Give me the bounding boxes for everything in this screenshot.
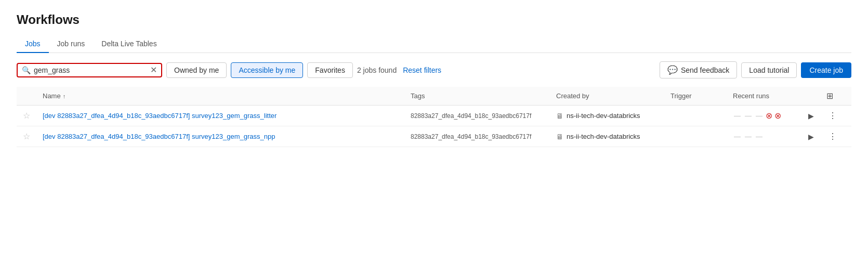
- col-header-star: [17, 87, 36, 106]
- results-count: 2 jobs found: [357, 66, 397, 74]
- page-title: Workflows: [17, 12, 851, 27]
- tab-deltalive[interactable]: Delta Live Tables: [93, 35, 165, 53]
- table-row: ☆[dev 82883a27_dfea_4d94_b18c_93aedbc671…: [17, 106, 851, 126]
- tab-jobruns[interactable]: Job runs: [49, 35, 94, 53]
- user-icon: 🖥: [556, 133, 563, 141]
- tabs-container: Jobs Job runs Delta Live Tables: [17, 35, 851, 53]
- toolbar: 🔍 ✕ Owned by me Accessible by me Favorit…: [17, 61, 851, 78]
- search-box: 🔍 ✕: [17, 63, 162, 77]
- sort-icon: ↑: [63, 93, 66, 99]
- favorites-button[interactable]: Favorites: [307, 62, 353, 78]
- run-error-icon-2: ⊗: [774, 111, 781, 121]
- search-icon: 🔍: [22, 66, 31, 74]
- columns-toggle-icon[interactable]: ⊞: [826, 91, 833, 100]
- search-input[interactable]: [34, 66, 147, 74]
- load-tutorial-button[interactable]: Load tutorial: [741, 62, 797, 78]
- jobs-table: Name ↑ Tags Created by Trigger Recent ru…: [17, 87, 851, 147]
- send-feedback-label: Send feedback: [681, 66, 729, 74]
- tab-jobs[interactable]: Jobs: [17, 35, 49, 53]
- run-dash: —: [756, 133, 762, 140]
- run-dash: —: [734, 133, 741, 140]
- tag-value: 82883a27_dfea_4d94_b18c_93aedbc6717f: [411, 112, 531, 120]
- user-icon: 🖥: [556, 112, 563, 120]
- run-dash: —: [745, 133, 752, 140]
- more-options-button[interactable]: ⋮: [826, 110, 839, 121]
- tag-value: 82883a27_dfea_4d94_b18c_93aedbc6717f: [411, 133, 531, 140]
- run-dash: —: [756, 112, 762, 120]
- col-header-name[interactable]: Name ↑: [36, 87, 404, 106]
- reset-filters-link[interactable]: Reset filters: [403, 66, 441, 74]
- job-link[interactable]: [dev 82883a27_dfea_4d94_b18c_93aedbc6717…: [43, 133, 275, 140]
- created-by-value: ns-ii-tech-dev-databricks: [567, 133, 640, 140]
- clear-search-button[interactable]: ✕: [150, 66, 157, 74]
- col-header-trigger: Trigger: [664, 87, 727, 106]
- run-dash: —: [734, 112, 741, 120]
- table-row: ☆[dev 82883a27_dfea_4d94_b18c_93aedbc671…: [17, 126, 851, 147]
- run-play-button[interactable]: ▶: [808, 133, 814, 141]
- col-header-tags: Tags: [404, 87, 550, 106]
- star-icon[interactable]: ☆: [23, 111, 30, 120]
- create-job-button[interactable]: Create job: [801, 62, 851, 78]
- created-by-value: ns-ii-tech-dev-databricks: [567, 112, 640, 120]
- feedback-icon: 💬: [667, 65, 678, 75]
- send-feedback-button[interactable]: 💬 Send feedback: [660, 61, 737, 78]
- more-options-button[interactable]: ⋮: [826, 131, 839, 142]
- star-icon[interactable]: ☆: [23, 132, 30, 141]
- accessible-by-me-button[interactable]: Accessible by me: [231, 62, 303, 78]
- job-link[interactable]: [dev 82883a27_dfea_4d94_b18c_93aedbc6717…: [43, 112, 277, 120]
- col-header-created-by: Created by: [550, 87, 664, 106]
- run-error-icon: ⊗: [766, 111, 772, 121]
- run-play-button[interactable]: ▶: [808, 112, 814, 120]
- run-dash: —: [745, 112, 752, 120]
- col-header-actions: ⊞: [820, 87, 851, 106]
- col-name-label: Name: [43, 92, 61, 100]
- owned-by-me-button[interactable]: Owned by me: [166, 62, 227, 78]
- col-header-recent-runs: Recent runs: [727, 87, 820, 106]
